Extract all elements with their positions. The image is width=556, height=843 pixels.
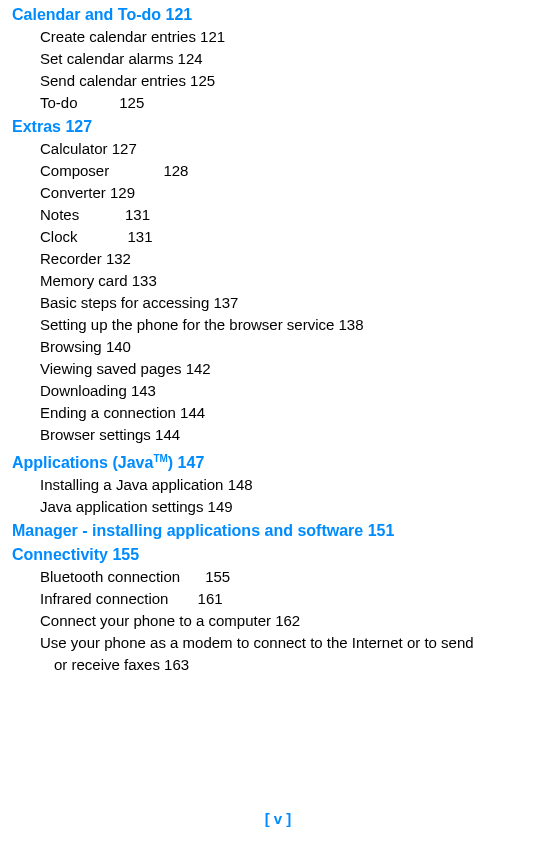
- entry-page: 161: [198, 590, 223, 607]
- toc-content: Calendar and To-do 121 Create calendar e…: [12, 2, 552, 676]
- entry-page: 137: [213, 294, 238, 311]
- heading-text: Connectivity: [12, 546, 108, 563]
- toc-entry[interactable]: Installing a Java application 148: [40, 474, 552, 496]
- trademark-symbol: TM: [153, 453, 167, 464]
- toc-entry[interactable]: Memory card 133: [40, 270, 552, 292]
- entry-page: 124: [178, 50, 203, 67]
- entry-title: To-do: [40, 94, 78, 111]
- entry-gap: [78, 94, 120, 111]
- toc-entry[interactable]: Basic steps for accessing 137: [40, 292, 552, 314]
- entry-title: Installing a Java application: [40, 476, 223, 493]
- heading-text-post: ): [168, 454, 173, 471]
- entry-page: 132: [106, 250, 131, 267]
- toc-entry[interactable]: Send calendar entries 125: [40, 70, 552, 92]
- entry-page: 143: [131, 382, 156, 399]
- entry-page: 142: [186, 360, 211, 377]
- entry-gap: [109, 162, 163, 179]
- section-heading-extras[interactable]: Extras 127: [12, 116, 552, 138]
- toc-entry[interactable]: Create calendar entries 121: [40, 26, 552, 48]
- entry-page: 140: [106, 338, 131, 355]
- entry-title: Calculator: [40, 140, 108, 157]
- heading-page: 121: [166, 6, 193, 23]
- entry-title: Connect your phone to a computer: [40, 612, 271, 629]
- heading-text: Extras: [12, 118, 61, 135]
- toc-entry[interactable]: Recorder 132: [40, 248, 552, 270]
- entry-page: 125: [119, 94, 144, 111]
- toc-entry[interactable]: Set calendar alarms 124: [40, 48, 552, 70]
- entry-title: Java application settings: [40, 498, 203, 515]
- entry-page: 131: [128, 228, 153, 245]
- entry-title: Recorder: [40, 250, 102, 267]
- entry-page: 149: [208, 498, 233, 515]
- entry-cont-text: or receive faxes: [54, 656, 160, 673]
- heading-text: Manager - installing applications and so…: [12, 522, 363, 539]
- toc-entry[interactable]: Infrared connection 161: [40, 588, 552, 610]
- entry-page: 162: [275, 612, 300, 629]
- entry-title: Setting up the phone for the browser ser…: [40, 316, 334, 333]
- entry-page: 125: [190, 72, 215, 89]
- entry-title: Converter: [40, 184, 106, 201]
- entry-page: 155: [205, 568, 230, 585]
- toc-entry[interactable]: To-do 125: [40, 92, 552, 114]
- toc-entry[interactable]: Connect your phone to a computer 162: [40, 610, 552, 632]
- heading-text-pre: Applications (Java: [12, 454, 153, 471]
- entry-title: Downloading: [40, 382, 127, 399]
- heading-text: Calendar and To-do: [12, 6, 161, 23]
- entry-page: 127: [112, 140, 137, 157]
- heading-page: 127: [65, 118, 92, 135]
- entry-page: 144: [180, 404, 205, 421]
- entry-page: 163: [164, 656, 189, 673]
- entry-title: Ending a connection: [40, 404, 176, 421]
- toc-entry[interactable]: Bluetooth connection 155: [40, 566, 552, 588]
- entry-title: Basic steps for accessing: [40, 294, 209, 311]
- toc-entry[interactable]: Use your phone as a modem to connect to …: [40, 632, 552, 654]
- toc-entry[interactable]: Viewing saved pages 142: [40, 358, 552, 380]
- toc-entry[interactable]: Downloading 143: [40, 380, 552, 402]
- toc-entry[interactable]: Converter 129: [40, 182, 552, 204]
- entry-title: Memory card: [40, 272, 128, 289]
- entry-title: Create calendar entries: [40, 28, 196, 45]
- toc-entry[interactable]: Ending a connection 144: [40, 402, 552, 424]
- heading-page: 151: [368, 522, 395, 539]
- entry-page: 129: [110, 184, 135, 201]
- entry-title: Send calendar entries: [40, 72, 186, 89]
- entry-gap: [180, 568, 205, 585]
- toc-entry[interactable]: Setting up the phone for the browser ser…: [40, 314, 552, 336]
- entry-page: 131: [125, 206, 150, 223]
- toc-entry[interactable]: Calculator 127: [40, 138, 552, 160]
- section-heading-connectivity[interactable]: Connectivity 155: [12, 544, 552, 566]
- entry-title: Bluetooth connection: [40, 568, 180, 585]
- entry-page: 133: [132, 272, 157, 289]
- entry-gap: [78, 228, 128, 245]
- entry-title: Browser settings: [40, 426, 151, 443]
- entry-page: 138: [339, 316, 364, 333]
- section-heading-calendar[interactable]: Calendar and To-do 121: [12, 4, 552, 26]
- section-heading-manager[interactable]: Manager - installing applications and so…: [12, 520, 552, 542]
- entry-title: Use your phone as a modem to connect to …: [40, 634, 474, 651]
- entry-title: Composer: [40, 162, 109, 179]
- toc-entry[interactable]: Browsing 140: [40, 336, 552, 358]
- toc-entry-continuation[interactable]: or receive faxes 163: [54, 654, 552, 676]
- entry-title: Clock: [40, 228, 78, 245]
- entry-page: 128: [163, 162, 188, 179]
- entry-title: Set calendar alarms: [40, 50, 173, 67]
- heading-page: 155: [112, 546, 139, 563]
- entry-title: Infrared connection: [40, 590, 168, 607]
- entry-page: 144: [155, 426, 180, 443]
- toc-entry[interactable]: Java application settings 149: [40, 496, 552, 518]
- toc-entry[interactable]: Composer 128: [40, 160, 552, 182]
- entry-title: Notes: [40, 206, 79, 223]
- heading-page: 147: [178, 454, 205, 471]
- entry-title: Viewing saved pages: [40, 360, 182, 377]
- page-number-footer: [ v ]: [0, 810, 556, 827]
- toc-entry[interactable]: Clock 131: [40, 226, 552, 248]
- section-heading-applications-java[interactable]: Applications (JavaTM) 147: [12, 448, 552, 474]
- toc-entry[interactable]: Notes 131: [40, 204, 552, 226]
- entry-title: Browsing: [40, 338, 102, 355]
- entry-page: 121: [200, 28, 225, 45]
- entry-gap: [79, 206, 125, 223]
- entry-page: 148: [228, 476, 253, 493]
- toc-entry[interactable]: Browser settings 144: [40, 424, 552, 446]
- entry-gap: [168, 590, 197, 607]
